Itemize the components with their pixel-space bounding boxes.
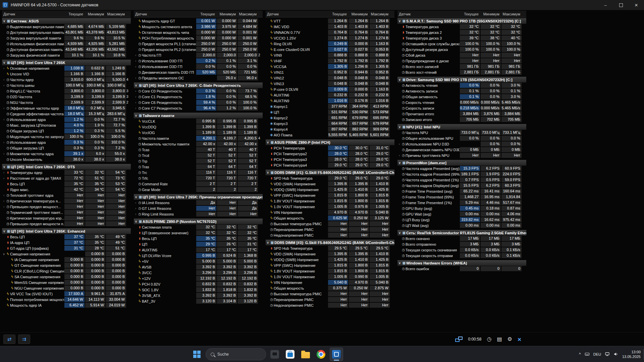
sensor-row[interactable]: ›◷Частоты ядер3,910.0 МГц600.0 МГц5,500.… (2, 77, 131, 82)
sensor-row[interactable]: ›◷GT Limit ReasonsНетНетДа (134, 205, 263, 211)
sensor-row[interactable]: ›◷Core C0 Резидентность0.3 %0.0 %73.7 % (134, 88, 263, 94)
sensor-row[interactable]: ◷Активность чтения0.0 %0.0 %3.0 % (397, 82, 526, 88)
sensor-row[interactable]: ◷Общая загрузка ЦП0.3 %0.3 %7.2 % (2, 145, 131, 151)
sensor-row[interactable]: ϟЦП DLVRin Vcore0.995 В0.924 В1.368 В (134, 253, 263, 258)
sensor-row[interactable]: ϟE-core Cluster0 DLVR0.027 В0.027 В0.053… (266, 47, 394, 52)
touch-keyboard-icon[interactable] (585, 352, 590, 357)
sensor-row[interactable]: ∨ϟСмещения напряжения0.000 В0.000 В (2, 251, 131, 257)
sensor-row[interactable]: ▮GT-ядра ЦП (графика)31 °C28 °C51 °C (2, 245, 131, 251)
maximize-button[interactable] (613, 0, 629, 10)
sensor-row[interactable]: ◷Доступная виртуальная память43,801 МБ43… (2, 29, 131, 35)
sensor-row[interactable]: ϟОбщая мощность0.625 W0.250 W3.125 W (266, 215, 394, 221)
sensor-row[interactable]: ◷Сбой дискаНетНетНет (397, 52, 526, 58)
sensor-row[interactable]: ◷Предупреждение о дискеНетНетНет (397, 58, 526, 64)
sensor-row[interactable]: ϟVIN130.048 В0.048 В0.048 В (266, 81, 394, 86)
sensor-row[interactable]: ϟМощность ядер GT0.001 W0.000 W0.044 W (134, 18, 263, 24)
column-header-max[interactable]: Максимум (369, 12, 390, 16)
sensor-row[interactable]: ◷Выделенная виртуальная память4,685 МБ4,… (2, 24, 131, 29)
sensor-row[interactable]: ◷Скорость чтения0.000 МБ/s0.000 МБ/s5.46… (397, 100, 526, 105)
sensor-row[interactable]: ◷Термический троттлинг пакет...НетНетНет (2, 209, 131, 215)
sensor-row[interactable]: ›◷Критическая температура я...НетНетНет (2, 198, 131, 204)
sensor-row[interactable]: ◷Перенапряжение PMICНетНетНет (266, 227, 394, 232)
sensor-group-header[interactable]: ∨▦Система: ASUS (2, 18, 131, 24)
clock-button[interactable]: ◷ (487, 337, 491, 342)
sensor-row[interactable]: ◷Trcd52 T52 T52 T (134, 153, 263, 158)
sensor-row[interactable]: ◷Частота памяти4,200.1 МГц4,199.7 МГц4,2… (134, 135, 263, 141)
column-header-min[interactable]: Минимум (85, 12, 106, 16)
column-header-max[interactable]: Максимум (501, 12, 522, 16)
sensor-row[interactable]: ϟAUXTIN91.016 В0.176 В1.016 В (266, 98, 394, 104)
sensor-group-header[interactable]: ∨▦Сеть: RealTek Semiconductor RTL8125 Ga… (397, 230, 526, 236)
sensor-group-header[interactable]: ∨▦DDR5 DIMM [#3]: G.Skill F5-8400J4052G2… (266, 240, 394, 245)
sensor-row[interactable]: ›◷Множители частоты ядра39.1 x6.0 x55.0 … (2, 151, 131, 157)
sensor-row[interactable]: ∗Корпус4897 RPM882 RPM909 RPM (266, 126, 394, 132)
sensor-row[interactable]: ›◷Тепловой троттлинг ядраНетНетНет (2, 192, 131, 198)
sensor-row[interactable]: ◷Скорость записи0.218 МБ/s0.000 МБ/s5.46… (397, 105, 526, 111)
volume-icon[interactable] (613, 352, 619, 357)
sensor-row[interactable]: ›◷Превышен предел мощност...НетНетНет (2, 204, 131, 209)
sensor-row[interactable]: ϟМощность системного агента3.986 W3.975 … (134, 24, 263, 29)
sensor-row[interactable]: ▮SPD Hub Температура29.5 °C29.5 °C29.5 °… (266, 245, 394, 251)
sensor-row[interactable]: ϟIA Смещение напряжения0.000 В0.000 В0.0… (2, 257, 131, 262)
sensor-row[interactable]: ϟ1.8V VOUT Напряжение1.815 В1.800 В1.815… (266, 268, 394, 274)
sensor-row[interactable]: ϟVHIF1.792 В1.792 В1.792 В (266, 58, 394, 64)
sensor-row[interactable]: ϟNGU Смещение напряжения0.000 В0.000 В0.… (2, 285, 131, 291)
sensor-row[interactable]: ◷Недонапряжение PMICНетНетНет (266, 302, 394, 308)
column-header-min[interactable]: Минимум (217, 12, 237, 16)
sensor-row[interactable]: ϟVIN Напряжение5.040 В4.970 В5.040 В (266, 280, 394, 285)
sensor-row[interactable]: ▮IA-ядра ЦП37 °C35 °C49 °C (2, 240, 131, 245)
column-header-current[interactable]: Текущее (196, 12, 217, 16)
sensor-row[interactable]: ◷Критическая температура кор...НетНетНет (2, 215, 131, 221)
sensor-row[interactable]: ◷Tcas40 T40 T40 T (134, 147, 263, 153)
sensor-row[interactable]: ›◷Использование D3D ГП0.0 %0.0 %0.0 % (134, 64, 263, 69)
sensor-row[interactable]: ◷Доступная физическая память43,548 МБ43,… (2, 47, 131, 52)
sensor-group-header[interactable]: ∨▦ЦП [#0]: Intel Core Ultra 7 265K: Прич… (134, 194, 263, 200)
dual-monitor-icon[interactable] (455, 337, 463, 342)
sensor-row[interactable]: ▮Температура диска 232 °C32 °C32 °C (397, 29, 526, 35)
taskbar-app-store[interactable] (283, 348, 297, 361)
sensor-row[interactable]: ϟVDD (SWA) Напряжение1.395 В1.395 В1.410… (266, 251, 394, 257)
sensor-row[interactable]: ◷Перенапряжение PMICНетНетНет (266, 297, 394, 302)
start-button[interactable] (190, 348, 204, 361)
sensor-row[interactable]: ›◷Пределы множителя ОС26.0 x96.0 x (134, 75, 263, 81)
close-button[interactable]: ✕ (629, 0, 644, 10)
sensor-row[interactable]: ▮AUXTIN517 °C17 °C17 °C (134, 247, 263, 253)
sensor-row[interactable]: ›◷Частота шины100.0 МГц100.0 МГц100.0 МГ… (2, 82, 131, 88)
sensor-row[interactable]: ▮Системная плата32 °C32 °C32 °C (134, 224, 263, 230)
sensor-group-header[interactable]: ∨▦ЦП [#0]: Intel Core Ultra 7 265K (2, 60, 131, 65)
column-header-min[interactable]: Минимум (480, 12, 501, 16)
sensor-row[interactable]: ϟVTT1.264 В1.264 В1.264 В (266, 18, 394, 24)
sensor-row[interactable]: ∗Корпус2691 RPM679 RPM695 RPM (266, 115, 394, 121)
sensor-row[interactable]: ›◷Использование NPU D3D0.0 %0.0 % (397, 141, 526, 147)
sensor-row[interactable]: ▮Весь ЦП35 °C35 °C35 °C (134, 236, 263, 241)
sensor-row[interactable]: ◷Недонапряжение PMICНетНетНет (266, 232, 394, 238)
taskbar-app-chrome[interactable] (314, 348, 328, 361)
sensor-row[interactable]: ◷Динамическая память NPU D3D0 МБ0 МБ0 МБ (397, 147, 526, 153)
sensor-group-header[interactable]: ∨▦PresentMon [dwm.exe] (397, 160, 526, 166)
sensor-group-header[interactable]: ∨▦Тайминги памяти (134, 113, 263, 118)
sensor-row[interactable]: ϟОбщая мощность0.375 W0.250 W2.875 W (266, 285, 394, 291)
sensor-row[interactable]: ϟPCH Потребляемая мощность0.000 W0.000 W… (134, 35, 263, 41)
sensor-row[interactable]: ›◷Core C7 Резидентность96.4 %1.2 %100.0 … (134, 105, 263, 111)
sensor-row[interactable]: ◷ЦП Busy (avg)319.82 ms16.62 ms975.42 ms (397, 217, 526, 223)
sensor-row[interactable]: ϟAVSB3.392 В3.392 В3.392 В (134, 264, 263, 270)
nav-forward-button[interactable]: ⇉ (18, 335, 30, 344)
sensor-row[interactable]: ›◷Причины троттлинга NPUНетНетНет (397, 153, 526, 158)
sensor-row[interactable]: ϟОстаточная мощность чипа0.000 W0.000 W0… (134, 29, 263, 35)
sensor-row[interactable]: ◷Trc116 T116 T116 T (134, 170, 263, 175)
sensor-row[interactable]: ◷Высокая температура PMICНетНетНет (266, 291, 394, 297)
column-header-current[interactable]: Текущее (328, 12, 348, 16)
close-sensors-button[interactable]: × (518, 336, 521, 343)
minimize-button[interactable]: – (598, 0, 613, 10)
sensor-row[interactable]: ϟ3VCC3.296 В3.296 В3.296 В (134, 270, 263, 276)
sensor-row[interactable]: ›◷Core C6 Резидентность59.4 %0.0 %100.0 … (134, 100, 263, 105)
column-header-max[interactable]: Максимум (237, 12, 258, 16)
sensor-row[interactable]: ◷Всего хост-записей981 ГБ981 ГБ981 ГБ (397, 64, 526, 69)
sensor-row[interactable]: ◷Ring/LLC Частота3,800.0 МГц3,800.0 МГц3… (2, 88, 131, 94)
sensor-row[interactable]: ◷Записано итого705 МБ702 МБ705 МБ (397, 117, 526, 122)
sensor-row[interactable]: ◷Текущая скорость скачивания0.0 КБ/s0.0 … (397, 247, 526, 253)
sensor-row[interactable]: ◷Частота кадров Presented (99%)189.1 FPS… (397, 171, 526, 177)
sensor-row[interactable]: ϟSOC 1.8V1.832 В1.818 В1.832 В (134, 287, 263, 293)
sensor-row[interactable]: ◷Всего хост-чтений2,881 ГБ2,881 ГБ2,881 … (397, 69, 526, 75)
sensor-row[interactable]: ◷Общее использование NPU0.0 %0.0 %0.0 % (397, 135, 526, 141)
